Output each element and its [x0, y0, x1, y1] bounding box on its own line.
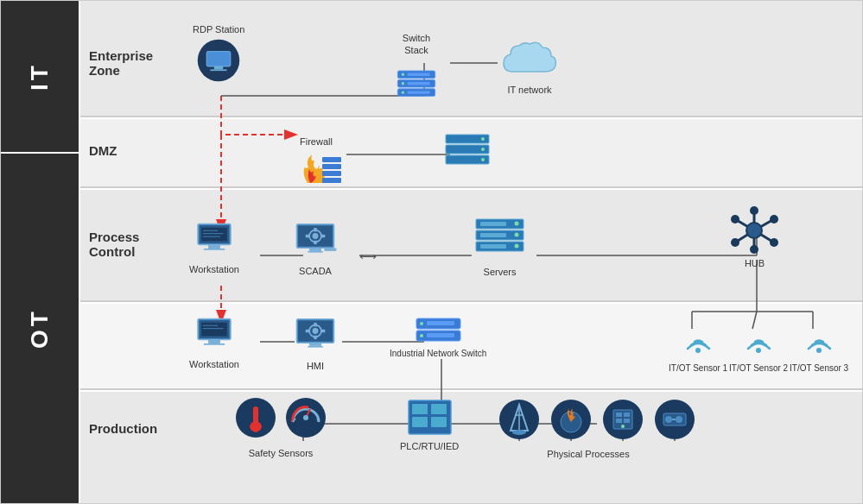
svg-rect-38: [408, 91, 430, 93]
iot-sensor-2: IT/OT Sensor 2: [729, 324, 788, 374]
svg-point-145: [665, 416, 672, 423]
svg-rect-61: [314, 228, 316, 231]
physical-processes-label: Physical Processes: [547, 449, 629, 459]
hmi: HMI: [293, 312, 338, 372]
svg-point-115: [756, 348, 761, 353]
scada-icon: [293, 217, 338, 261]
physical-process-2: [549, 398, 593, 441]
svg-rect-140: [616, 419, 622, 423]
svg-point-110: [420, 322, 423, 325]
rdp-station-icon: [196, 38, 241, 83]
panel-icon: [601, 398, 644, 441]
svg-rect-141: [624, 419, 630, 423]
physical-process-1: [498, 398, 541, 441]
svg-rect-37: [408, 82, 430, 85]
gauge-icon: [284, 396, 327, 444]
svg-rect-128: [431, 417, 447, 427]
thermometer-icon: [234, 396, 277, 444]
oil-pump-icon: [498, 398, 541, 441]
svg-point-85: [731, 215, 739, 224]
svg-point-86: [731, 238, 739, 247]
switch-stack-icon: [394, 60, 439, 104]
svg-rect-41: [322, 171, 341, 176]
svg-rect-66: [309, 248, 321, 250]
svg-rect-39: [322, 157, 341, 162]
svg-rect-40: [322, 164, 341, 169]
svg-point-34: [402, 82, 404, 85]
svg-rect-112: [427, 321, 454, 325]
svg-rect-126: [431, 404, 447, 414]
svg-point-35: [402, 91, 404, 93]
dmz-zone-label: DMZ: [89, 143, 117, 158]
svg-rect-95: [201, 323, 226, 337]
svg-rect-76: [480, 244, 506, 249]
process-workstation-icon: [192, 215, 237, 260]
dmz-servers-icon: [441, 130, 493, 173]
svg-point-46: [481, 137, 485, 141]
svg-rect-75: [480, 233, 506, 237]
svg-point-60: [313, 233, 319, 239]
iot-sensor-1-icon: [679, 324, 718, 359]
rdp-station: RDP Station: [193, 20, 244, 83]
ot-workstation-icon: [192, 310, 237, 355]
svg-point-111: [420, 334, 423, 337]
hub-icon: [727, 206, 783, 254]
svg-rect-106: [309, 343, 321, 345]
svg-rect-52: [204, 249, 225, 250]
iot-sensor-1: IT/OT Sensor 1: [669, 324, 727, 374]
it-label: IT: [1, 1, 79, 152]
svg-point-89: [770, 238, 778, 247]
machine-icon: [653, 398, 696, 441]
industrial-switch-icon: [415, 314, 462, 344]
svg-point-114: [695, 348, 701, 353]
process-servers: Servers: [472, 215, 528, 278]
svg-point-84: [750, 206, 758, 215]
enterprise-zone-label: EnterpriseZone: [89, 48, 153, 78]
svg-point-90: [747, 224, 761, 237]
svg-rect-104: [306, 330, 309, 332]
svg-rect-36: [408, 72, 430, 75]
scada: SCADA: [293, 217, 338, 277]
svg-point-87: [750, 245, 758, 254]
svg-rect-103: [314, 336, 316, 339]
svg-point-71: [515, 222, 519, 226]
svg-point-101: [313, 328, 319, 334]
hmi-icon: [293, 312, 338, 356]
iot-sensor-3: IT/OT Sensor 3: [790, 324, 848, 374]
ot-workstation: Workstation: [189, 310, 239, 370]
svg-point-116: [816, 348, 822, 353]
diagram-container: IT OT EnterpriseZone DMZ ProcessControl …: [0, 0, 863, 504]
svg-rect-125: [412, 404, 428, 414]
svg-rect-105: [321, 330, 325, 332]
physical-process-3: [601, 398, 644, 441]
svg-rect-63: [306, 235, 309, 237]
process-servers-icon: [472, 215, 528, 262]
industrial-switch: Industrial Network Switch: [390, 314, 486, 359]
svg-point-146: [676, 416, 682, 423]
svg-rect-139: [624, 413, 630, 417]
arrow-indicator: ⟷: [359, 249, 377, 263]
svg-rect-42: [322, 178, 341, 183]
svg-point-121: [303, 415, 308, 420]
svg-rect-51: [208, 245, 220, 249]
production-zone-label: Production: [89, 421, 157, 436]
svg-point-88: [770, 215, 778, 224]
iot-sensor-3-icon: [800, 324, 839, 359]
svg-rect-94: [204, 343, 225, 345]
dmz-servers: [441, 130, 493, 173]
svg-rect-67: [308, 251, 322, 253]
left-labels: IT OT: [1, 1, 79, 503]
svg-point-48: [481, 158, 485, 161]
process-workstation: Workstation: [189, 215, 239, 275]
ot-label: OT: [1, 154, 79, 503]
svg-rect-53: [201, 228, 226, 242]
svg-rect-62: [314, 241, 316, 244]
safety-sensors-group: Safety Sensors: [234, 396, 327, 459]
svg-point-73: [515, 244, 519, 249]
svg-rect-27: [206, 52, 231, 66]
svg-rect-29: [211, 70, 227, 72]
svg-point-33: [402, 72, 404, 75]
svg-rect-102: [314, 323, 316, 326]
svg-rect-127: [412, 417, 428, 427]
svg-rect-93: [208, 340, 220, 343]
